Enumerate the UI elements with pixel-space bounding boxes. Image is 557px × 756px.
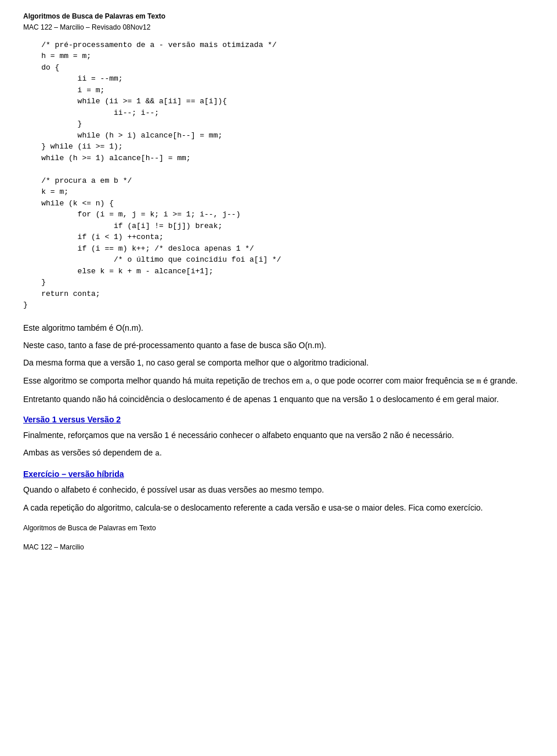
footer-line2: MAC 122 – Marcilio: [23, 542, 534, 552]
section-versao-heading: Versão 1 versus Versão 2: [23, 415, 534, 424]
paragraph-2: Neste caso, tanto a fase de pré-processa…: [23, 339, 534, 352]
code-block: /* pré-processamento de a - versão mais …: [23, 34, 534, 317]
section-exercicio-heading: Exercício – versão híbrida: [23, 469, 534, 479]
section-versao-p2-code: a: [155, 449, 160, 458]
section-versao-p2-before: Ambas as versões só dependem de: [23, 448, 155, 457]
section-versao: Versão 1 versus Versão 2 Finalmente, ref…: [23, 415, 534, 460]
header-subtitle: MAC 122 – Marcilio – Revisado 08Nov12: [23, 23, 534, 32]
footer-line1: Algoritmos de Busca de Palavras em Texto: [23, 523, 534, 533]
section-exercicio-p2: A cada repetição do algoritmo, calcula-s…: [23, 501, 534, 514]
paragraph-4-text-end: é grande.: [481, 376, 518, 385]
header-title: Algoritmos de Busca de Palavras em Texto: [23, 12, 534, 21]
section-exercicio: Exercício – versão híbrida Quando o alfa…: [23, 469, 534, 514]
footer: Algoritmos de Busca de Palavras em Texto…: [23, 523, 534, 552]
paragraph-4-code-m: m: [476, 377, 481, 386]
paragraph-4: Esse algoritmo se comporta melhor quando…: [23, 374, 534, 388]
paragraph-5: Entretanto quando não há coincidência o …: [23, 393, 534, 406]
paragraph-3: Da mesma forma que a versão 1, no caso g…: [23, 356, 534, 369]
section-versao-p2: Ambas as versões só dependem de a.: [23, 446, 534, 460]
paragraph-4-text-mid: , o que pode ocorrer com maior frequênci…: [310, 376, 476, 385]
section-versao-p1: Finalmente, reforçamos que na versão 1 é…: [23, 429, 534, 442]
paragraph-1: Este algoritmo também é O(n.m).: [23, 321, 534, 334]
section-exercicio-p1: Quando o alfabeto é conhecido, é possíve…: [23, 483, 534, 496]
header: Algoritmos de Busca de Palavras em Texto…: [23, 12, 534, 32]
paragraph-4-text-before: Esse algoritmo se comporta melhor quando…: [23, 376, 305, 385]
section-versao-p2-after: .: [160, 448, 162, 457]
